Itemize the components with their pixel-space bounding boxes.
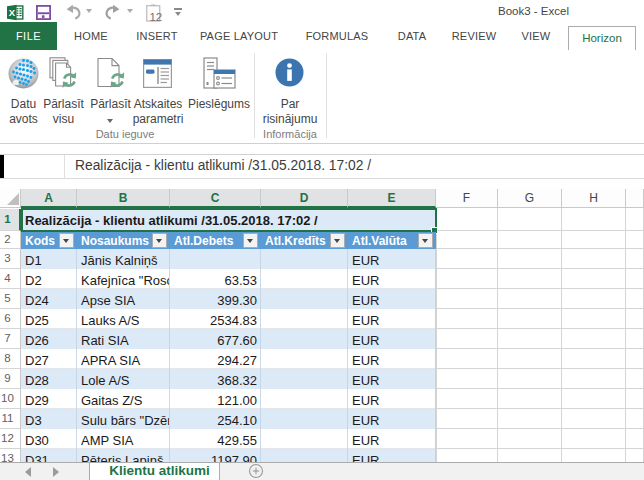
svg-text:12: 12 [149, 11, 162, 23]
svg-text:X: X [9, 7, 16, 18]
